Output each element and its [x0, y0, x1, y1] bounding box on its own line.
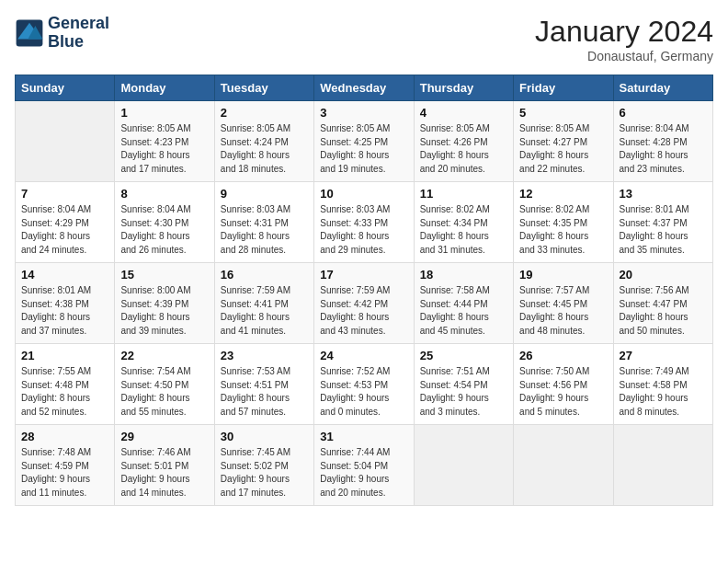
day-info: Sunrise: 7:58 AM Sunset: 4:44 PM Dayligh… — [420, 284, 507, 338]
calendar-cell: 17Sunrise: 7:59 AM Sunset: 4:42 PM Dayli… — [314, 263, 414, 344]
calendar-cell: 13Sunrise: 8:01 AM Sunset: 4:37 PM Dayli… — [613, 182, 712, 263]
day-info: Sunrise: 8:05 AM Sunset: 4:27 PM Dayligh… — [519, 122, 607, 176]
calendar-week-4: 21Sunrise: 7:55 AM Sunset: 4:48 PM Dayli… — [16, 344, 713, 425]
day-number: 31 — [320, 430, 407, 443]
day-info: Sunrise: 7:57 AM Sunset: 4:45 PM Dayligh… — [519, 284, 607, 338]
day-number: 22 — [120, 349, 208, 362]
calendar-cell: 21Sunrise: 7:55 AM Sunset: 4:48 PM Dayli… — [16, 344, 115, 425]
calendar-cell: 2Sunrise: 8:05 AM Sunset: 4:24 PM Daylig… — [214, 101, 313, 182]
day-info: Sunrise: 8:04 AM Sunset: 4:30 PM Dayligh… — [120, 203, 208, 257]
day-info: Sunrise: 7:56 AM Sunset: 4:47 PM Dayligh… — [620, 284, 707, 338]
title-block: January 2024 Donaustauf, Germany — [535, 15, 713, 63]
day-number: 11 — [420, 187, 507, 201]
logo-line2: Blue — [48, 33, 109, 52]
calendar-week-1: 1Sunrise: 8:05 AM Sunset: 4:23 PM Daylig… — [16, 101, 713, 182]
day-number: 24 — [320, 349, 407, 362]
day-number: 3 — [320, 106, 407, 120]
calendar-cell: 11Sunrise: 8:02 AM Sunset: 4:34 PM Dayli… — [414, 182, 513, 263]
calendar-cell: 18Sunrise: 7:58 AM Sunset: 4:44 PM Dayli… — [414, 263, 513, 344]
day-info: Sunrise: 7:49 AM Sunset: 4:58 PM Dayligh… — [620, 365, 707, 419]
calendar-cell: 31Sunrise: 7:44 AM Sunset: 5:04 PM Dayli… — [314, 425, 414, 506]
header-friday: Friday — [514, 75, 613, 101]
calendar-cell: 20Sunrise: 7:56 AM Sunset: 4:47 PM Dayli… — [613, 263, 712, 344]
calendar-cell: 8Sunrise: 8:04 AM Sunset: 4:30 PM Daylig… — [115, 182, 214, 263]
calendar-cell: 10Sunrise: 8:03 AM Sunset: 4:33 PM Dayli… — [314, 182, 414, 263]
day-info: Sunrise: 7:55 AM Sunset: 4:48 PM Dayligh… — [21, 365, 108, 419]
day-number: 20 — [620, 268, 707, 282]
day-number: 12 — [519, 187, 607, 201]
calendar-cell: 26Sunrise: 7:50 AM Sunset: 4:56 PM Dayli… — [514, 344, 613, 425]
day-info: Sunrise: 7:44 AM Sunset: 5:04 PM Dayligh… — [320, 446, 407, 500]
header-sunday: Sunday — [16, 75, 115, 101]
day-number: 27 — [620, 349, 707, 362]
calendar-week-3: 14Sunrise: 8:01 AM Sunset: 4:38 PM Dayli… — [16, 263, 713, 344]
calendar-cell: 3Sunrise: 8:05 AM Sunset: 4:25 PM Daylig… — [314, 101, 414, 182]
header-tuesday: Tuesday — [214, 75, 313, 101]
day-number: 5 — [519, 106, 607, 120]
day-number: 13 — [620, 187, 707, 201]
calendar-cell: 1Sunrise: 8:05 AM Sunset: 4:23 PM Daylig… — [115, 101, 214, 182]
day-number: 16 — [221, 268, 308, 282]
day-info: Sunrise: 8:02 AM Sunset: 4:35 PM Dayligh… — [519, 203, 607, 257]
calendar-cell: 30Sunrise: 7:45 AM Sunset: 5:02 PM Dayli… — [214, 425, 313, 506]
day-number: 26 — [519, 349, 607, 362]
day-info: Sunrise: 8:05 AM Sunset: 4:25 PM Dayligh… — [320, 122, 407, 176]
day-info: Sunrise: 8:01 AM Sunset: 4:38 PM Dayligh… — [21, 284, 108, 338]
day-info: Sunrise: 7:54 AM Sunset: 4:50 PM Dayligh… — [120, 365, 208, 419]
location: Donaustauf, Germany — [535, 49, 713, 63]
day-info: Sunrise: 7:53 AM Sunset: 4:51 PM Dayligh… — [221, 365, 308, 419]
day-info: Sunrise: 8:05 AM Sunset: 4:24 PM Dayligh… — [221, 122, 308, 176]
day-number: 25 — [420, 349, 507, 362]
calendar-table: SundayMondayTuesdayWednesdayThursdayFrid… — [15, 75, 713, 506]
calendar-cell: 16Sunrise: 7:59 AM Sunset: 4:41 PM Dayli… — [214, 263, 313, 344]
calendar-cell: 19Sunrise: 7:57 AM Sunset: 4:45 PM Dayli… — [514, 263, 613, 344]
day-info: Sunrise: 7:51 AM Sunset: 4:54 PM Dayligh… — [420, 365, 507, 419]
day-number: 21 — [21, 349, 108, 362]
logo: General Blue — [15, 15, 109, 52]
calendar-cell — [414, 425, 513, 506]
calendar-cell: 28Sunrise: 7:48 AM Sunset: 4:59 PM Dayli… — [16, 425, 115, 506]
calendar-cell: 23Sunrise: 7:53 AM Sunset: 4:51 PM Dayli… — [214, 344, 313, 425]
calendar-cell: 29Sunrise: 7:46 AM Sunset: 5:01 PM Dayli… — [115, 425, 214, 506]
calendar-cell: 12Sunrise: 8:02 AM Sunset: 4:35 PM Dayli… — [514, 182, 613, 263]
calendar-cell — [16, 101, 115, 182]
day-info: Sunrise: 7:59 AM Sunset: 4:41 PM Dayligh… — [221, 284, 308, 338]
day-info: Sunrise: 7:48 AM Sunset: 4:59 PM Dayligh… — [21, 446, 108, 500]
calendar-cell: 5Sunrise: 8:05 AM Sunset: 4:27 PM Daylig… — [514, 101, 613, 182]
day-info: Sunrise: 7:59 AM Sunset: 4:42 PM Dayligh… — [320, 284, 407, 338]
calendar-cell: 6Sunrise: 8:04 AM Sunset: 4:28 PM Daylig… — [613, 101, 712, 182]
day-info: Sunrise: 8:00 AM Sunset: 4:39 PM Dayligh… — [120, 284, 208, 338]
header-monday: Monday — [115, 75, 214, 101]
day-number: 2 — [221, 106, 308, 120]
calendar-week-5: 28Sunrise: 7:48 AM Sunset: 4:59 PM Dayli… — [16, 425, 713, 506]
logo-line1: General — [48, 15, 109, 33]
month-title: January 2024 — [535, 15, 713, 49]
page-header: General Blue January 2024 Donaustauf, Ge… — [15, 15, 713, 63]
day-info: Sunrise: 7:46 AM Sunset: 5:01 PM Dayligh… — [120, 446, 208, 500]
calendar-cell: 7Sunrise: 8:04 AM Sunset: 4:29 PM Daylig… — [16, 182, 115, 263]
day-number: 30 — [221, 430, 308, 443]
day-number: 10 — [320, 187, 407, 201]
day-info: Sunrise: 8:02 AM Sunset: 4:34 PM Dayligh… — [420, 203, 507, 257]
day-info: Sunrise: 8:04 AM Sunset: 4:29 PM Dayligh… — [21, 203, 108, 257]
day-number: 9 — [221, 187, 308, 201]
day-number: 29 — [120, 430, 208, 443]
day-info: Sunrise: 8:04 AM Sunset: 4:28 PM Dayligh… — [620, 122, 707, 176]
day-info: Sunrise: 8:03 AM Sunset: 4:33 PM Dayligh… — [320, 203, 407, 257]
header-wednesday: Wednesday — [314, 75, 414, 101]
day-number: 18 — [420, 268, 507, 282]
day-number: 6 — [620, 106, 707, 120]
day-number: 8 — [120, 187, 208, 201]
day-number: 7 — [21, 187, 108, 201]
calendar-header-row: SundayMondayTuesdayWednesdayThursdayFrid… — [16, 75, 713, 101]
calendar-week-2: 7Sunrise: 8:04 AM Sunset: 4:29 PM Daylig… — [16, 182, 713, 263]
day-info: Sunrise: 8:05 AM Sunset: 4:23 PM Dayligh… — [120, 122, 208, 176]
day-info: Sunrise: 7:45 AM Sunset: 5:02 PM Dayligh… — [221, 446, 308, 500]
logo-icon — [15, 18, 44, 48]
day-info: Sunrise: 8:05 AM Sunset: 4:26 PM Dayligh… — [420, 122, 507, 176]
calendar-cell: 15Sunrise: 8:00 AM Sunset: 4:39 PM Dayli… — [115, 263, 214, 344]
day-info: Sunrise: 7:52 AM Sunset: 4:53 PM Dayligh… — [320, 365, 407, 419]
calendar-cell: 9Sunrise: 8:03 AM Sunset: 4:31 PM Daylig… — [214, 182, 313, 263]
header-saturday: Saturday — [613, 75, 712, 101]
header-thursday: Thursday — [414, 75, 513, 101]
